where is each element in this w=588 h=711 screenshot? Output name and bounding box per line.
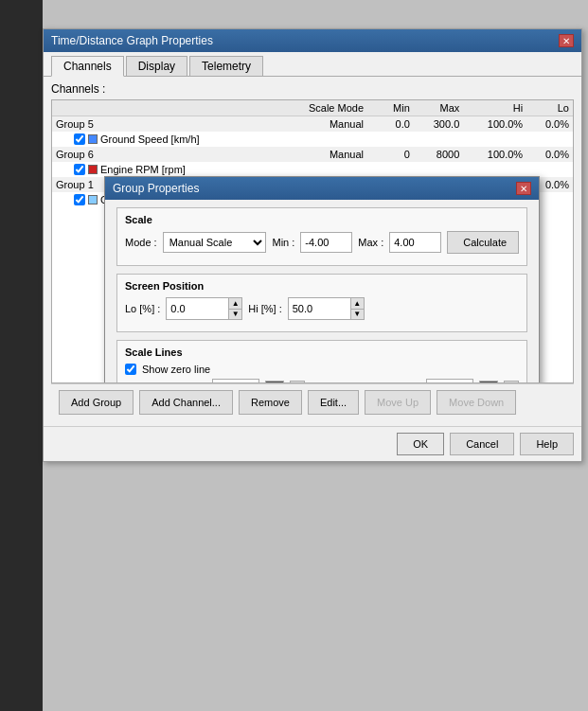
edit-button[interactable]: Edit... (308, 390, 359, 415)
screen-position-section: Screen Position Lo [%] : ▲ ▼ Hi [%] : (116, 274, 527, 332)
group-lo: 0.0% (526, 147, 573, 162)
tab-display[interactable]: Display (126, 56, 187, 76)
remove-button[interactable]: Remove (239, 390, 302, 415)
channel-color (88, 134, 98, 144)
hi-spinner-btns: ▲ ▼ (350, 298, 364, 319)
max-line-value-input[interactable] (426, 379, 473, 383)
lo-spinner: ▲ ▼ (166, 297, 242, 320)
move-up-button[interactable]: Move Up (365, 390, 431, 415)
channel-color (88, 165, 98, 174)
channel-cell: Engine RPM [rpm] (52, 162, 275, 177)
scale-section-label: Scale (125, 214, 519, 225)
show-zero-line-label: Show zero line (142, 364, 210, 375)
lo-spinner-btns: ▲ ▼ (228, 298, 241, 319)
col-header-min: Min (367, 100, 414, 116)
scale-lines-label: Scale Lines (125, 347, 519, 358)
zero-line-row: Show zero line (125, 364, 519, 375)
group-name: Group 6 (52, 147, 275, 162)
min-line-color-button[interactable] (265, 381, 284, 383)
hi-spinner: ▲ ▼ (288, 297, 365, 320)
main-window: Time/Distance Graph Properties ✕ Channel… (43, 28, 582, 462)
scale-lines-section: Scale Lines Show zero line Show min line… (116, 340, 527, 383)
group-min: 0 (367, 147, 414, 162)
lo-down-button[interactable]: ▼ (229, 310, 241, 320)
group-max: 300.0 (414, 116, 463, 133)
min-max-line-row: Show min line ··· Show max line ··· (125, 379, 519, 383)
main-ok-button[interactable]: OK (397, 433, 444, 455)
left-sidebar (0, 0, 43, 711)
channel-checkbox-row: Ground Speed [km/h] (56, 133, 271, 145)
table-row[interactable]: Group 6 Manual 0 8000 100.0% 0.0% (52, 147, 573, 162)
bottom-buttons: Add Group Add Channel... Remove Edit... … (51, 383, 574, 420)
group-scale-mode: Manual (275, 147, 367, 162)
tab-telemetry[interactable]: Telemetry (189, 56, 263, 76)
dialog-close-button[interactable]: ✕ (516, 182, 531, 195)
group-lo: 0.0% (526, 116, 573, 133)
min-label: Min : (272, 237, 294, 248)
dialog-body: Scale Mode : Manual Scale Auto Scale Min… (105, 200, 539, 383)
lo-up-button[interactable]: ▲ (229, 298, 241, 310)
content-area: Channels : Scale Mode Min Max Hi Lo (44, 77, 581, 426)
main-cancel-button[interactable]: Cancel (450, 433, 514, 455)
tab-channels[interactable]: Channels (51, 56, 124, 77)
min-line-dots-button[interactable]: ··· (290, 381, 305, 383)
title-bar: Time/Distance Graph Properties ✕ (44, 29, 581, 52)
window-title: Time/Distance Graph Properties (51, 34, 213, 47)
channel-checkbox[interactable] (74, 164, 85, 175)
show-zero-line-checkbox[interactable] (125, 364, 136, 375)
dialog-title-bar: Group Properties ✕ (105, 177, 539, 200)
hi-up-button[interactable]: ▲ (351, 298, 364, 310)
lo-label: Lo [%] : (125, 303, 160, 314)
max-label: Max : (358, 237, 383, 248)
channels-table-container: Scale Mode Min Max Hi Lo Group 5 Manual … (51, 99, 574, 383)
hi-input[interactable] (289, 298, 350, 319)
group-hi: 100.0% (463, 116, 526, 133)
group-max: 8000 (414, 147, 463, 162)
hi-down-button[interactable]: ▼ (351, 310, 364, 320)
min-input[interactable]: -4.00 (300, 232, 352, 253)
add-channel-button[interactable]: Add Channel... (139, 390, 233, 415)
mode-label: Mode : (125, 237, 157, 248)
channel-checkbox[interactable] (74, 133, 85, 145)
lo-input[interactable] (167, 298, 228, 319)
close-button[interactable]: ✕ (559, 34, 574, 47)
table-row[interactable]: Group 5 Manual 0.0 300.0 100.0% 0.0% (52, 116, 573, 133)
col-header-hi: Hi (463, 100, 526, 116)
max-line-color-button[interactable] (479, 381, 498, 383)
dialog-title: Group Properties (113, 182, 199, 195)
group-scale-mode: Manual (275, 116, 367, 133)
mode-row: Mode : Manual Scale Auto Scale Min : -4.… (125, 231, 519, 254)
mode-select[interactable]: Manual Scale Auto Scale (163, 232, 267, 253)
calculate-button[interactable]: Calculate (447, 231, 519, 254)
group-properties-dialog: Group Properties ✕ Scale Mode : Manual S… (104, 176, 540, 383)
tabs-bar: Channels Display Telemetry (44, 52, 581, 77)
max-input[interactable]: 4.00 (389, 232, 441, 253)
channel-name: Engine RPM [rpm] (100, 164, 186, 175)
screen-position-label: Screen Position (125, 280, 519, 292)
min-line-value-input[interactable] (212, 379, 259, 383)
max-line-dots-button[interactable]: ··· (504, 381, 519, 383)
table-row[interactable]: Engine RPM [rpm] (52, 162, 573, 177)
main-bottom-buttons: OK Cancel Help (44, 426, 581, 461)
table-row[interactable]: Ground Speed [km/h] (52, 132, 573, 147)
channels-label: Channels : (51, 82, 574, 96)
col-header-max: Max (414, 100, 463, 116)
group-name: Group 5 (52, 116, 275, 133)
col-header-name (52, 100, 275, 116)
main-help-button[interactable]: Help (520, 433, 574, 455)
channel-checkbox-row: Engine RPM [rpm] (56, 164, 271, 175)
move-down-button[interactable]: Move Down (437, 390, 516, 415)
col-header-scale-mode: Scale Mode (275, 100, 367, 116)
scale-section: Scale Mode : Manual Scale Auto Scale Min… (116, 207, 527, 266)
hi-label: Hi [%] : (248, 303, 281, 314)
channel-color (88, 195, 98, 204)
group-min: 0.0 (367, 116, 414, 133)
channel-cell: Ground Speed [km/h] (52, 132, 275, 147)
group-hi: 100.0% (463, 147, 526, 162)
channel-name: Ground Speed [km/h] (100, 133, 200, 145)
add-group-button[interactable]: Add Group (59, 390, 134, 415)
position-row: Lo [%] : ▲ ▼ Hi [%] : (125, 297, 519, 320)
col-header-lo: Lo (526, 100, 573, 116)
channel-checkbox[interactable] (74, 194, 85, 205)
